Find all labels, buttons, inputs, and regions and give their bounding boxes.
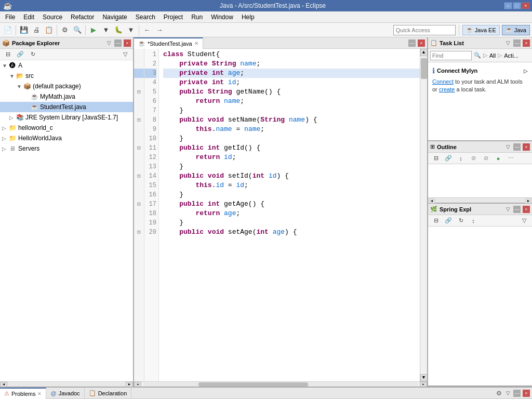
outline-btn-3[interactable]: ↕ xyxy=(455,153,467,164)
menu-help[interactable]: Help xyxy=(237,12,259,22)
spring-close[interactable]: × xyxy=(523,206,530,213)
outline-btn-6[interactable]: ● xyxy=(493,153,504,164)
spring-menu[interactable]: ▽ xyxy=(504,205,512,214)
fold-8[interactable]: ⊟ xyxy=(134,115,144,125)
bottom-minimize[interactable]: — xyxy=(513,390,521,397)
menu-window[interactable]: Window xyxy=(207,12,237,22)
menu-navigate[interactable]: Navigate xyxy=(98,12,131,22)
sync-button[interactable]: ↻ xyxy=(27,49,38,60)
fold-17[interactable]: ⊟ xyxy=(134,200,144,209)
spring-btn-1[interactable]: ⊟ xyxy=(430,215,442,227)
debug-button[interactable]: 🐛 xyxy=(113,24,124,36)
collapse-all-button[interactable]: ⊟ xyxy=(2,49,14,60)
properties-button[interactable]: ⚙ xyxy=(59,24,71,36)
package-explorer-menu-button[interactable]: ▽ xyxy=(105,39,113,47)
bottom-menu[interactable]: ▽ xyxy=(504,389,512,397)
tab-javadoc[interactable]: @ Javadoc xyxy=(46,388,84,399)
tree-item-helloworldjava[interactable]: ▷ 📁 HelloWorldJava xyxy=(0,133,133,143)
outline-btn-5[interactable]: ⊘ xyxy=(480,153,491,164)
fold-11[interactable]: ⊟ xyxy=(134,143,144,153)
next-button[interactable]: → xyxy=(154,24,165,36)
prev-button[interactable]: ← xyxy=(141,24,153,36)
spring-dropdown[interactable]: ▽ xyxy=(518,215,530,227)
outline-scroll-left[interactable]: ◂ xyxy=(428,198,435,203)
outline-btn-4[interactable]: ⊘ xyxy=(468,153,479,164)
menu-source[interactable]: Source xyxy=(38,12,66,22)
tree-item-servers[interactable]: ▷ 🖥 Servers xyxy=(0,143,133,154)
tree-item-studenttest[interactable]: ▷ ☕ StudentTest.java xyxy=(0,102,133,112)
fold-5[interactable]: ⊟ xyxy=(134,87,144,97)
save-button[interactable]: 💾 xyxy=(18,24,30,36)
task-list-close[interactable]: × xyxy=(523,39,530,47)
package-explorer-minimize[interactable]: — xyxy=(114,39,122,47)
search-button[interactable]: 🔍 xyxy=(72,24,83,36)
hscroll-left[interactable]: ◂ xyxy=(0,382,7,387)
menu-search[interactable]: Search xyxy=(131,12,159,22)
tree-item-helloworld-c[interactable]: ▷ 📁 helloworld_c xyxy=(0,123,133,133)
create-link[interactable]: create xyxy=(439,86,455,92)
perspective-java[interactable]: ☕ Java xyxy=(502,25,530,35)
spring-minimize[interactable]: — xyxy=(513,206,521,213)
outline-close[interactable]: × xyxy=(523,143,530,151)
menu-refactor[interactable]: Refactor xyxy=(66,12,98,22)
hscroll-right[interactable]: ▸ xyxy=(126,382,133,387)
tab-problems[interactable]: ⚠ Problems ✕ xyxy=(0,388,46,399)
code-line-20: public void setAge(int age) { xyxy=(163,228,420,237)
task-find-input[interactable] xyxy=(430,51,472,60)
print-button[interactable]: 🖨 xyxy=(31,24,42,36)
tree-item-a[interactable]: ▼ 🅐 A xyxy=(0,60,133,71)
tab-declaration[interactable]: 📋 Declaration xyxy=(85,388,132,399)
task-list-minimize[interactable]: — xyxy=(513,39,521,47)
left-panel-hscroll[interactable]: ◂ ▸ xyxy=(0,381,133,387)
menu-run[interactable]: Run xyxy=(187,12,207,22)
run-last-button[interactable]: ▶ xyxy=(88,24,99,36)
outline-minimize[interactable]: — xyxy=(513,143,521,151)
maximize-button[interactable]: □ xyxy=(513,2,521,9)
menu-file[interactable]: File xyxy=(1,12,19,22)
outline-scrollbar[interactable]: ◂ ▸ xyxy=(428,197,532,203)
spring-btn-2[interactable]: 🔗 xyxy=(443,215,454,227)
fold-20[interactable]: ⊟ xyxy=(134,228,144,237)
bottom-close[interactable]: × xyxy=(523,390,530,397)
hscroll-left-editor[interactable]: ◂ xyxy=(134,382,141,387)
outline-btn-2[interactable]: 🔗 xyxy=(443,153,454,164)
new-button[interactable]: 📄 xyxy=(2,24,14,36)
menu-project[interactable]: Project xyxy=(159,12,187,22)
minimize-button[interactable]: – xyxy=(504,2,512,9)
quick-access-input[interactable] xyxy=(393,25,456,35)
browse-button[interactable]: 📋 xyxy=(43,24,55,36)
link-editor-button[interactable]: 🔗 xyxy=(15,49,26,60)
vscroll-up[interactable]: ▲ xyxy=(420,49,428,56)
editor-close[interactable]: × xyxy=(418,39,425,47)
outline-btn-7[interactable]: ⋯ xyxy=(505,153,516,164)
bottom-settings[interactable]: ⚙ xyxy=(495,389,503,397)
outline-menu[interactable]: ▽ xyxy=(504,143,512,151)
run-dropdown[interactable]: ▼ xyxy=(100,24,112,36)
editor-vscroll[interactable]: ▲ ▼ xyxy=(420,49,427,381)
tree-item-jre[interactable]: ▷ 📚 JRE System Library [JavaSE-1.7] xyxy=(0,112,133,123)
close-button[interactable]: × xyxy=(522,2,530,9)
hscroll-right-editor[interactable]: ▸ xyxy=(420,382,427,387)
perspective-java-ee[interactable]: ☕ Java EE xyxy=(462,25,500,35)
vscroll-down[interactable]: ▼ xyxy=(420,374,428,381)
code-lines[interactable]: class Student{ private String name; priv… xyxy=(159,49,420,381)
tree-item-mymath[interactable]: ▷ ☕ MyMath.java xyxy=(0,91,133,102)
explorer-dropdown[interactable]: ▽ xyxy=(119,49,131,60)
outline-scroll-right[interactable]: ▸ xyxy=(525,198,532,203)
hscroll-thumb-editor[interactable] xyxy=(198,382,308,387)
fold-14[interactable]: ⊟ xyxy=(134,171,144,181)
vscroll-thumb[interactable] xyxy=(421,58,427,79)
connect-link[interactable]: Connect xyxy=(432,78,454,85)
debug-dropdown[interactable]: ▼ xyxy=(125,24,137,36)
outline-btn-1[interactable]: ⊟ xyxy=(430,153,442,164)
task-list-menu[interactable]: ▽ xyxy=(504,39,512,47)
spring-btn-3[interactable]: ↻ xyxy=(455,215,467,227)
spring-btn-4[interactable]: ↕ xyxy=(468,215,479,227)
editor-tab-studenttest[interactable]: ☕ *StudentTest.java ✕ xyxy=(134,37,203,49)
package-explorer-close[interactable]: × xyxy=(124,39,131,47)
tree-item-src[interactable]: ▼ 📂 src xyxy=(0,71,133,81)
editor-hscroll[interactable]: ◂ ▸ xyxy=(134,381,427,387)
editor-minimize[interactable]: — xyxy=(408,39,416,47)
tree-item-default-package[interactable]: ▼ 📦 (default package) xyxy=(0,81,133,91)
menu-edit[interactable]: Edit xyxy=(19,12,38,22)
